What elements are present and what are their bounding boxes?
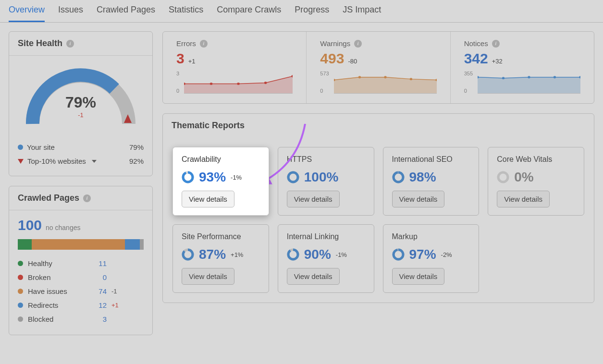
tab-crawled-pages[interactable]: Crawled Pages [97,5,155,22]
thematic-card-delta: -1% [231,174,242,181]
svg-point-4 [264,82,267,84]
thematic-card-pct: 0% [514,170,533,185]
tab-issues[interactable]: Issues [58,5,83,22]
dot-icon [18,261,23,266]
crawled-row-label: Redirects [28,301,86,309]
crawled-row-label: Blocked [28,315,86,323]
crawled-pages-title: Crawled Pages [18,193,79,203]
crawled-row[interactable]: Redirects12+1 [18,298,144,312]
stat-value: 342 [464,50,488,67]
progress-ring-icon [392,248,405,261]
thematic-card-internal-linking: Internal Linking90%-1%View details [278,224,374,293]
svg-point-22 [498,172,508,182]
tab-overview[interactable]: Overview [9,5,45,22]
triangle-down-icon [18,159,24,164]
crawled-row-num: 0 [90,273,107,281]
progress-ring-icon [392,171,405,183]
svg-point-19 [288,172,298,182]
svg-point-21 [394,172,403,182]
crawled-row-label: Healthy [28,259,86,267]
stat-value: 3 [176,50,185,67]
info-icon[interactable]: i [66,40,74,48]
info-icon[interactable]: i [492,40,500,48]
thematic-card-core-web-vitals: Core Web Vitals0%View details [488,147,584,216]
chevron-down-icon [92,160,97,163]
view-details-button[interactable]: View details [497,191,550,207]
tab-js-impact[interactable]: JS Impact [343,5,381,22]
svg-point-24 [183,250,193,259]
thematic-card-https: HTTPS100%View details [278,147,374,216]
progress-ring-icon [497,171,509,183]
thematic-card-delta: -1% [336,251,347,258]
info-icon[interactable]: i [200,40,208,48]
thematic-card-title: Crawlability [182,155,260,164]
progress-ring-icon [182,248,194,261]
crawled-row[interactable]: Blocked3 [18,312,144,326]
crawled-stacked-bar [18,239,144,250]
stat-block-notices[interactable]: Noticesi342+323550 [451,32,594,103]
thematic-card-title: Core Web Vitals [497,155,575,164]
legend-top10[interactable]: Top-10% websites 92% [18,154,144,168]
thematic-card-title: International SEO [392,155,470,164]
crawled-row-label: Broken [28,273,86,281]
crawled-row-delta: +1 [111,302,119,309]
crawled-row[interactable]: Broken0 [18,270,144,284]
stat-title: Warnings [320,39,350,48]
thematic-card-title: HTTPS [287,155,365,164]
sparkline-icon [478,71,580,94]
view-details-button[interactable]: View details [392,191,445,207]
crawled-pages-panel: Crawled Pages i 100 no changes Healthy11… [9,186,153,335]
progress-ring-icon [287,171,299,183]
stat-delta: +1 [188,58,196,65]
thematic-card-title: Internal Linking [287,232,365,241]
stacked-segment [18,239,32,250]
tabs-bar: OverviewIssuesCrawled PagesStatisticsCom… [0,0,603,23]
sparkline-icon [334,71,437,94]
stat-block-warnings[interactable]: Warningsi493-805730 [307,32,450,103]
thematic-reports-panel: Thematic Reports Crawlability93%-1%View … [162,113,594,303]
svg-point-3 [237,83,240,85]
stacked-segment [32,239,125,250]
stat-title: Errors [176,39,196,48]
crawled-row[interactable]: Healthy11 [18,256,144,270]
thematic-reports-title: Thematic Reports [172,121,245,131]
stacked-segment [140,239,144,250]
tab-progress[interactable]: Progress [295,5,329,22]
thematic-card-site-performance: Site Performance87%+1%View details [172,224,269,293]
dot-icon [18,289,23,294]
site-health-title: Site Health [18,38,62,49]
info-icon[interactable]: i [83,194,91,202]
crawled-row-num: 74 [90,287,107,295]
crawled-row-num: 3 [90,315,107,323]
crawled-row[interactable]: Have issues74-1 [18,284,144,298]
view-details-button[interactable]: View details [287,191,340,207]
thematic-card-delta: +1% [231,251,243,258]
legend-your-site: Your site 79% [18,140,144,154]
svg-point-12 [502,77,505,79]
crawled-count[interactable]: 100 [18,217,42,233]
thematic-card-title: Site Performance [182,232,260,241]
dot-icon [18,316,23,322]
svg-point-7 [358,76,361,78]
stat-value: 493 [320,50,344,67]
site-health-gauge: 79% -1 [18,61,143,133]
svg-point-14 [554,76,556,78]
progress-ring-icon [287,248,299,261]
stat-block-errors[interactable]: Errorsi3+130 [163,32,307,103]
thematic-card-title: Markup [392,232,470,241]
site-health-delta: -1 [65,111,96,119]
info-icon[interactable]: i [354,40,362,48]
tab-compare-crawls[interactable]: Compare Crawls [217,5,281,22]
svg-point-26 [288,250,298,259]
view-details-button[interactable]: View details [182,191,234,207]
view-details-button[interactable]: View details [182,268,234,285]
svg-point-17 [183,172,193,182]
progress-ring-icon [182,171,194,183]
view-details-button[interactable]: View details [392,268,445,285]
view-details-button[interactable]: View details [287,268,340,285]
thematic-card-delta: -2% [441,251,452,258]
thematic-card-crawlability: Crawlability93%-1%View details [172,147,269,216]
site-health-score: 79% [65,94,96,111]
tab-statistics[interactable]: Statistics [169,5,203,22]
thematic-card-pct: 97% [409,247,436,262]
